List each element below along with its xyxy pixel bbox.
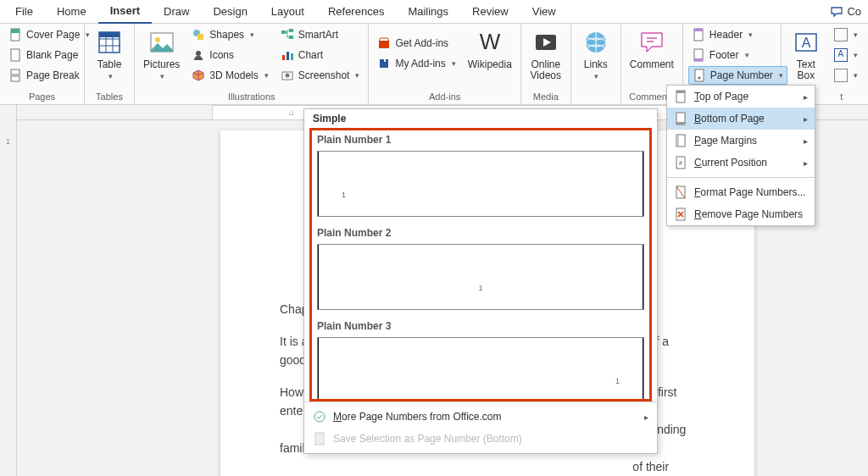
group-label-illustrations: Illustrations <box>140 91 363 104</box>
pictures-label: Pictures <box>143 58 180 70</box>
drop-cap-button[interactable]: ▾ <box>831 66 861 85</box>
text-box-label: Text Box <box>797 59 815 81</box>
blank-page-button[interactable]: Blank Page <box>5 46 93 64</box>
comment-label: Comment <box>630 59 674 70</box>
tab-layout[interactable]: Layout <box>259 0 316 24</box>
video-icon <box>532 29 559 56</box>
menu-current-position[interactable]: # Current Position ▸ <box>667 152 815 174</box>
link-icon <box>582 29 609 56</box>
screenshot-button[interactable]: Screenshot▾ <box>277 66 364 85</box>
group-label-addins: Add-ins <box>374 91 515 104</box>
header-icon <box>692 28 705 42</box>
gallery-body[interactable]: Plain Number 1 1 Plain Number 2 1 Plain … <box>309 128 652 401</box>
footer-label: Footer <box>709 49 739 61</box>
header-button[interactable]: Header▾ <box>688 25 787 44</box>
table-button[interactable]: Table▾ <box>90 25 129 82</box>
svg-rect-28 <box>694 58 703 61</box>
submenu-arrow-icon: ▸ <box>804 158 808 168</box>
format-icon <box>674 185 687 199</box>
tab-mailings[interactable]: Mailings <box>396 0 460 24</box>
group-links: Links▾ <box>571 24 621 104</box>
new-comment-icon <box>638 29 665 56</box>
svg-rect-13 <box>289 29 293 32</box>
table-label: Table <box>97 58 122 70</box>
footer-button[interactable]: Footer▾ <box>688 46 787 64</box>
links-label: Links <box>584 58 608 70</box>
wikipedia-label: Wikipedia <box>468 59 512 70</box>
menu-format-page-numbers[interactable]: Format Page Numbers... <box>667 181 815 203</box>
cover-page-button[interactable]: Cover Page▾ <box>5 25 93 44</box>
tab-draw[interactable]: Draw <box>152 0 201 24</box>
chart-button[interactable]: Chart <box>277 46 364 64</box>
table-icon <box>96 29 123 56</box>
pictures-icon <box>148 29 175 56</box>
tab-strip: File Home Insert Draw Design Layout Refe… <box>0 0 868 24</box>
gallery-item-plain-3[interactable]: Plain Number 3 1 <box>317 320 644 401</box>
save-label: Save Selection as Page Number (Bottom) <box>333 433 522 445</box>
shapes-button[interactable]: Shapes▾ <box>188 25 271 44</box>
page-bottom-icon <box>674 112 687 125</box>
comments-button[interactable]: Co <box>830 5 861 19</box>
text-box-button[interactable]: A Text Box <box>787 25 826 81</box>
page-break-icon <box>8 69 22 82</box>
wordart-button[interactable]: A▾ <box>831 46 861 64</box>
icons-button[interactable]: Icons <box>188 46 271 64</box>
my-addins-button[interactable]: My Add-ins▾ <box>374 54 459 73</box>
tab-file[interactable]: File <box>3 0 45 24</box>
submenu-arrow-icon: ▸ <box>804 136 808 146</box>
online-videos-button[interactable]: Online Videos <box>526 25 565 81</box>
comment-button[interactable]: Comment <box>626 25 677 70</box>
3d-models-button[interactable]: 3D Models▾ <box>188 66 271 85</box>
group-addins: Get Add-ins My Add-ins▾ W Wikipedia Add-… <box>369 24 520 104</box>
page-number-label: Page Number <box>710 69 773 81</box>
my-addins-label: My Add-ins <box>395 58 445 69</box>
page-number-icon: # <box>693 69 706 82</box>
mini-icon-3 <box>834 69 848 82</box>
tab-references[interactable]: References <box>316 0 396 24</box>
footer-icon <box>692 48 705 62</box>
gallery-preview: 1 <box>317 244 644 310</box>
save-icon <box>313 432 326 446</box>
3d-models-icon <box>192 69 205 82</box>
wikipedia-icon: W <box>476 29 504 56</box>
menu-bottom-of-page[interactable]: Bottom of Page ▸ <box>667 108 815 130</box>
menu-top-label: Top of Page <box>694 91 748 102</box>
get-addins-label: Get Add-ins <box>395 37 448 49</box>
page-break-button[interactable]: Page Break <box>5 66 93 85</box>
tab-review[interactable]: Review <box>460 0 520 24</box>
page-number-button[interactable]: # Page Number▾ <box>688 66 787 85</box>
mini-icon-2: A <box>834 48 848 62</box>
links-button[interactable]: Links▾ <box>576 25 615 82</box>
menu-top-of-page[interactable]: Top of Page ▸ <box>667 86 815 108</box>
tab-design[interactable]: Design <box>201 0 259 24</box>
cover-page-icon <box>8 28 22 42</box>
page-number-menu: Top of Page ▸ Bottom of Page ▸ Page Marg… <box>666 85 815 226</box>
gallery-item-plain-1[interactable]: Plain Number 1 1 <box>317 134 644 217</box>
svg-rect-16 <box>287 52 289 60</box>
group-label-pages: Pages <box>5 91 79 104</box>
smartart-button[interactable]: SmartArt <box>277 25 364 44</box>
preview-number: 1 <box>615 377 620 385</box>
group-tables: Table▾ Tables <box>85 24 135 104</box>
preview-number: 1 <box>478 284 482 292</box>
svg-rect-1 <box>11 29 19 33</box>
gallery-item-title: Plain Number 3 <box>317 320 644 332</box>
svg-rect-36 <box>676 122 685 125</box>
more-page-numbers[interactable]: More Page Numbers from Office.com ▸ <box>304 406 657 428</box>
mini-icon-1 <box>834 28 848 42</box>
tab-view[interactable]: View <box>520 0 568 24</box>
doc-frag: of their daug <box>280 460 669 476</box>
tab-insert[interactable]: Insert <box>98 0 152 24</box>
svg-point-43 <box>314 412 325 422</box>
pictures-button[interactable]: Pictures▾ <box>140 25 183 82</box>
menu-page-margins[interactable]: Page Margins ▸ <box>667 130 815 152</box>
get-addins-button[interactable]: Get Add-ins <box>374 34 459 53</box>
tab-home[interactable]: Home <box>45 0 98 24</box>
quick-parts-button[interactable]: ▾ <box>831 25 861 44</box>
svg-rect-15 <box>282 55 285 60</box>
gallery-item-plain-2[interactable]: Plain Number 2 1 <box>317 227 644 310</box>
wikipedia-button[interactable]: W Wikipedia <box>465 25 515 70</box>
shapes-label: Shapes <box>209 29 244 41</box>
text-box-icon: A <box>793 29 820 56</box>
menu-remove-page-numbers[interactable]: Remove Page Numbers <box>667 203 815 225</box>
